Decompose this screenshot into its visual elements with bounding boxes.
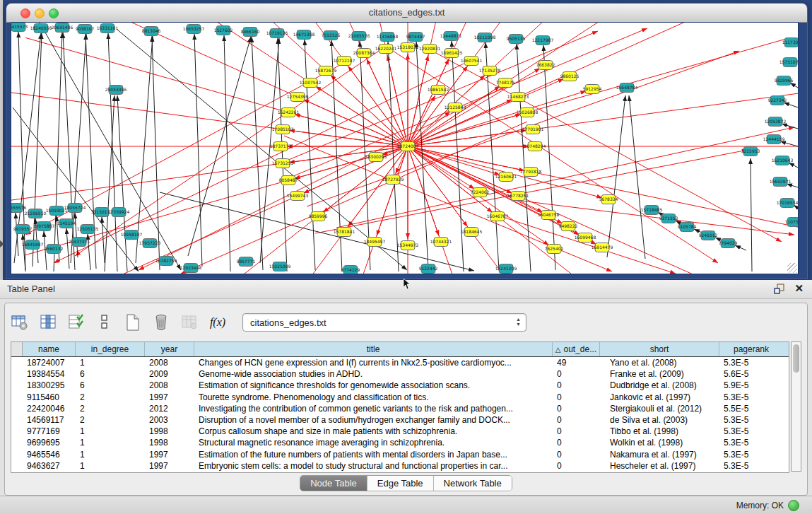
table-row[interactable]: 946554611997Estimation of the future num… (11, 449, 789, 460)
graph-node[interactable]: 18240558 (30, 24, 52, 33)
black-edge[interactable] (278, 38, 287, 271)
tab-node-table[interactable]: Node Table (300, 476, 367, 491)
table-row[interactable]: 969969511998Structural magnetic resonanc… (11, 437, 789, 448)
graph-node[interactable]: 16648784 (616, 83, 638, 93)
graph-node[interactable]: 18737173 (270, 142, 292, 151)
graph-node[interactable]: 10712197 (334, 57, 355, 66)
graph-node[interactable]: 15344972 (397, 241, 419, 250)
graph-node[interactable]: 18055724 (64, 204, 86, 213)
black-edge[interactable] (789, 163, 798, 168)
graph-node[interactable]: 7663822 (536, 61, 555, 70)
graph-node[interactable]: 5912954 (583, 85, 602, 94)
graph-node[interactable]: 9498222 (559, 222, 578, 231)
graph-node[interactable]: 14671358 (293, 30, 315, 40)
window-titlebar[interactable]: citations_edges.txt (6, 4, 807, 23)
table-row[interactable]: 2242004622012Investigating the contribut… (11, 403, 789, 414)
graph-node[interactable]: 16046787 (487, 212, 509, 221)
red-edge[interactable] (430, 49, 782, 242)
black-edge[interactable] (751, 158, 752, 271)
graph-node[interactable]: 10958107 (121, 230, 143, 240)
row-height-icon[interactable] (95, 313, 114, 332)
network-graph[interactable]: 1872400710748294177918181677825116046787… (11, 23, 798, 274)
table-row[interactable]: 1830029562008Estimation of significance … (11, 380, 789, 391)
graph-node[interactable]: 18184645 (461, 228, 483, 237)
table-row[interactable]: 1938455462009Genome-wide association stu… (11, 368, 789, 380)
red-edge[interactable] (302, 146, 408, 274)
black-edge[interactable] (105, 95, 114, 271)
graph-node[interactable]: 15781841 (334, 228, 355, 237)
graph-node[interactable]: 9415573 (11, 23, 28, 32)
black-edge[interactable] (486, 42, 499, 270)
graph-node[interactable]: 18495497 (364, 238, 386, 247)
graph-node[interactable]: 17791818 (520, 168, 542, 177)
black-edge[interactable] (784, 103, 798, 107)
memory-ok-indicator-icon[interactable] (788, 500, 799, 511)
graph-node[interactable]: 10331101 (97, 24, 119, 33)
graph-node[interactable]: 8105784 (678, 223, 697, 232)
table-row[interactable]: 1872400712008Changes of HCN gene express… (11, 357, 789, 368)
function-builder-icon[interactable]: f(x) (208, 313, 227, 332)
table-vertical-scrollbar[interactable] (791, 341, 801, 472)
black-edge[interactable] (452, 41, 464, 271)
black-edge[interactable] (543, 45, 555, 270)
float-panel-icon[interactable] (774, 284, 785, 295)
graph-node[interactable]: 15026808 (517, 108, 539, 117)
black-edge[interactable] (18, 32, 25, 270)
red-edge[interactable] (408, 23, 720, 146)
graph-node[interactable]: 16914479 (592, 243, 613, 252)
graph-node[interactable]: 14607541 (461, 57, 483, 66)
red-edge[interactable] (338, 23, 408, 146)
graph-node[interactable]: 12444159 (763, 135, 785, 144)
graph-node[interactable]: 7224062 (471, 188, 490, 197)
table-selector-dropdown[interactable]: citations_edges.txt ▲▼ (242, 313, 526, 332)
graph-node[interactable]: 16782759 (155, 257, 177, 266)
graph-node[interactable]: 9227342 (768, 96, 787, 105)
column-header-in-degree[interactable]: in_degree (76, 342, 145, 356)
new-table-icon[interactable] (124, 313, 142, 332)
panel-collapse-arrow-icon[interactable] (0, 240, 4, 247)
graph-node[interactable]: 1107533 (785, 218, 798, 227)
graph-node[interactable]: 9857771 (237, 257, 256, 267)
graph-node[interactable]: 7748175 (496, 78, 515, 88)
graph-node[interactable]: 12923448 (180, 264, 202, 273)
scrollbar-thumb[interactable] (793, 344, 799, 373)
graph-node[interactable]: 15872679 (315, 66, 337, 76)
black-edge[interactable] (388, 42, 399, 271)
graph-node[interactable]: 9860125 (560, 72, 579, 81)
graph-node[interactable]: 17085107 (272, 125, 294, 134)
graph-node[interactable]: 11007542 (300, 78, 322, 88)
black-edge[interactable] (629, 95, 645, 259)
black-edge[interactable] (117, 95, 127, 271)
delete-table-icon[interactable] (152, 313, 170, 332)
black-edge[interactable] (75, 213, 78, 257)
black-edge[interactable] (66, 228, 69, 269)
graph-node[interactable]: 9859996 (309, 212, 328, 221)
graph-node[interactable]: 7625402 (545, 245, 564, 254)
graph-node[interactable]: 16220241 (375, 45, 397, 54)
graph-node[interactable]: 1117304 (782, 38, 798, 47)
table-row[interactable]: 911546021997Tourette syndrome. Phenomeno… (11, 392, 789, 403)
red-edge[interactable] (408, 146, 468, 227)
tab-network-table[interactable]: Network Table (434, 476, 512, 491)
graph-node[interactable]: 9505135 (507, 35, 526, 44)
graph-node[interactable]: 9371553 (659, 214, 678, 223)
column-header-name[interactable]: name (23, 342, 76, 356)
graph-node[interactable]: 12093872 (765, 117, 787, 127)
table-row[interactable]: 977716911998Corpus callosum shape and si… (11, 426, 789, 437)
red-edge[interactable] (181, 122, 527, 274)
graph-node[interactable]: 16046758 (538, 211, 560, 220)
black-edge[interactable] (735, 245, 746, 250)
table-row[interactable]: 1456911722003Disruption of a novel membe… (11, 414, 789, 426)
red-edge[interactable] (408, 146, 474, 189)
graph-node[interactable]: 9329966 (775, 76, 794, 86)
graph-node[interactable]: 29053346 (105, 86, 127, 95)
graph-node[interactable]: 8466160 (241, 28, 260, 37)
red-edge[interactable] (295, 146, 408, 179)
graph-node[interactable]: 18300295 (365, 153, 387, 162)
graph-node[interactable]: 7794029 (719, 239, 738, 248)
graph-node[interactable]: 1145194 (57, 219, 76, 228)
column-header-year[interactable]: year (145, 342, 194, 356)
graph-node[interactable]: 12448871 (440, 32, 462, 41)
graph-node[interactable]: 16961425 (441, 49, 463, 58)
graph-node[interactable]: 11021099 (269, 262, 291, 271)
